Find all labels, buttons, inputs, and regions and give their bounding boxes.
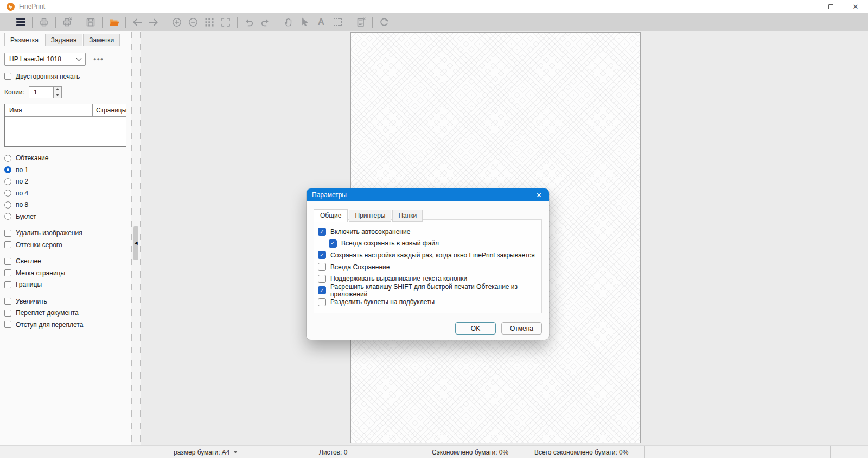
status-bar: размер бумаги: A4 Листов: 0 Сэкономлено … xyxy=(0,445,868,458)
tab-Заметки[interactable]: Заметки xyxy=(83,34,120,46)
checkbox-icon: ✓ xyxy=(318,251,326,259)
multi-page-view-button[interactable] xyxy=(201,15,218,30)
chevron-down-icon xyxy=(76,56,82,61)
tab-Разметка[interactable]: Разметка xyxy=(4,33,44,46)
radio-option[interactable]: по 8 xyxy=(4,199,126,211)
save-button[interactable] xyxy=(82,15,99,30)
option-label: по 4 xyxy=(16,190,28,197)
checkbox-option[interactable]: Оттенки серого xyxy=(4,239,126,251)
radio-option[interactable]: по 1 xyxy=(4,164,126,176)
tab-Принтеры[interactable]: Принтеры xyxy=(349,210,391,222)
status-divider xyxy=(429,446,429,458)
menu-button[interactable] xyxy=(12,15,29,30)
close-button[interactable]: ✕ xyxy=(843,0,868,13)
stepper-down-icon[interactable] xyxy=(54,92,61,98)
select-tool-button[interactable] xyxy=(297,15,313,30)
print-button[interactable] xyxy=(36,15,52,30)
toolbar-separator xyxy=(349,17,349,28)
copies-stepper[interactable] xyxy=(54,86,62,98)
back-arrow-icon xyxy=(131,17,143,28)
zoom-in-button[interactable] xyxy=(169,15,185,30)
stepper-up-icon[interactable] xyxy=(54,87,61,93)
marquee-select-button[interactable] xyxy=(329,15,346,30)
clear-notes-button[interactable] xyxy=(353,15,369,30)
open-button[interactable] xyxy=(106,15,122,30)
option-label: Сохранять настройки каждый раз, когда ок… xyxy=(330,251,535,259)
hand-tool-button[interactable] xyxy=(280,15,297,30)
minimize-button[interactable] xyxy=(793,0,818,13)
status-divider xyxy=(644,446,645,458)
option-label: Переплет документа xyxy=(16,309,79,317)
checkbox-option[interactable]: Всегда Сохранение xyxy=(318,261,541,273)
redo-button[interactable] xyxy=(257,15,273,30)
job-list-header: Имя Страницы xyxy=(5,104,126,117)
checkbox-option[interactable]: ✓Всегда сохранять в новый файл xyxy=(329,238,541,250)
checkbox-option[interactable]: Светлее xyxy=(4,256,126,268)
radio-option[interactable]: по 4 xyxy=(4,187,126,199)
layout-radio-group: Обтеканиепо 1по 2по 4по 8Буклет xyxy=(4,153,126,223)
status-divider xyxy=(56,446,56,458)
text-tool-button[interactable]: A xyxy=(313,15,329,30)
checkbox-option[interactable]: Отступ для переплета xyxy=(4,319,126,331)
notes-icon xyxy=(355,17,367,28)
paper-size-label: размер бумаги: A4 xyxy=(174,449,229,456)
printer-more-button[interactable]: ●●● xyxy=(93,56,104,62)
ok-button[interactable]: OK xyxy=(455,322,496,335)
copies-label: Копии: xyxy=(4,89,24,96)
radio-option[interactable]: Обтекание xyxy=(4,153,126,165)
tab-Папки[interactable]: Папки xyxy=(392,210,423,222)
option-label: Поддерживать выравнивание текста колонки xyxy=(330,275,467,282)
checkbox-option[interactable]: ✓Включить автосохранение xyxy=(318,226,541,238)
panel-splitter[interactable]: ◀ xyxy=(131,31,141,445)
image-options-group: Удалить изображенияОттенки серого xyxy=(4,228,126,251)
checkbox-option[interactable]: Переплет документа xyxy=(4,307,126,319)
back-button[interactable] xyxy=(129,15,145,30)
paper-saved-status: Сэкономлено бумаги: 0% xyxy=(432,446,508,458)
refresh-button[interactable] xyxy=(376,15,392,30)
save-icon xyxy=(85,17,96,28)
checkbox-option[interactable]: ✓Сохранять настройки каждый раз, когда о… xyxy=(318,249,541,261)
checkbox-option[interactable]: ✓Расрешить клавишу SHIFT для быстрой печ… xyxy=(318,285,541,296)
printer-select[interactable]: HP LaserJet 1018 xyxy=(4,53,86,66)
sheets-status: Листов: 0 xyxy=(319,446,347,458)
radio-option[interactable]: по 2 xyxy=(4,176,126,188)
tab-Общие[interactable]: Общие xyxy=(314,209,348,222)
options-dialog: Параметры ✕ ОбщиеПринтерыПапки ✓Включить… xyxy=(307,188,549,340)
fit-page-button[interactable] xyxy=(218,15,234,30)
undo-button[interactable] xyxy=(241,15,257,30)
window-title: FinePrint xyxy=(19,3,45,10)
option-label: Всегда сохранять в новый файл xyxy=(341,239,439,247)
job-list[interactable]: Имя Страницы xyxy=(4,104,126,147)
checkbox-icon: ✓ xyxy=(318,286,326,294)
duplex-checkbox[interactable]: Двусторонняя печать xyxy=(4,71,126,83)
radio-icon xyxy=(4,155,11,162)
splitter-handle[interactable]: ◀ xyxy=(133,226,138,260)
checkbox-option[interactable]: Метка страницы xyxy=(4,267,126,279)
option-label: Границы xyxy=(16,281,42,288)
cancel-button[interactable]: Отмена xyxy=(501,322,542,335)
copies-input[interactable] xyxy=(29,86,54,98)
checkbox-icon xyxy=(4,73,11,80)
checkbox-option[interactable]: Разделить буклеты на подбуклеты xyxy=(318,296,541,308)
radio-option[interactable]: Буклет xyxy=(4,211,126,223)
restore-button[interactable] xyxy=(818,0,843,13)
print-delete-icon xyxy=(62,17,73,28)
checkbox-option[interactable]: Увеличить xyxy=(4,295,126,307)
radio-icon xyxy=(4,178,11,185)
forward-button[interactable] xyxy=(145,15,162,30)
dialog-title-bar[interactable]: Параметры ✕ xyxy=(307,188,549,201)
hand-icon xyxy=(283,17,294,28)
dialog-close-button[interactable]: ✕ xyxy=(534,191,544,199)
checkbox-icon xyxy=(4,298,11,305)
toolbar-separator xyxy=(102,17,103,28)
checkbox-option[interactable]: Границы xyxy=(4,279,126,291)
checkbox-icon xyxy=(4,230,11,237)
fit-page-icon xyxy=(220,17,231,28)
checkbox-option[interactable]: Удалить изображения xyxy=(4,228,126,239)
zoom-out-button[interactable] xyxy=(185,15,201,30)
delete-print-job-button[interactable] xyxy=(59,15,75,30)
checkbox-icon xyxy=(318,298,326,306)
checkbox-icon xyxy=(4,310,11,317)
paper-size-status[interactable]: размер бумаги: A4 xyxy=(174,446,238,458)
tab-Задания[interactable]: Задания xyxy=(45,34,82,46)
